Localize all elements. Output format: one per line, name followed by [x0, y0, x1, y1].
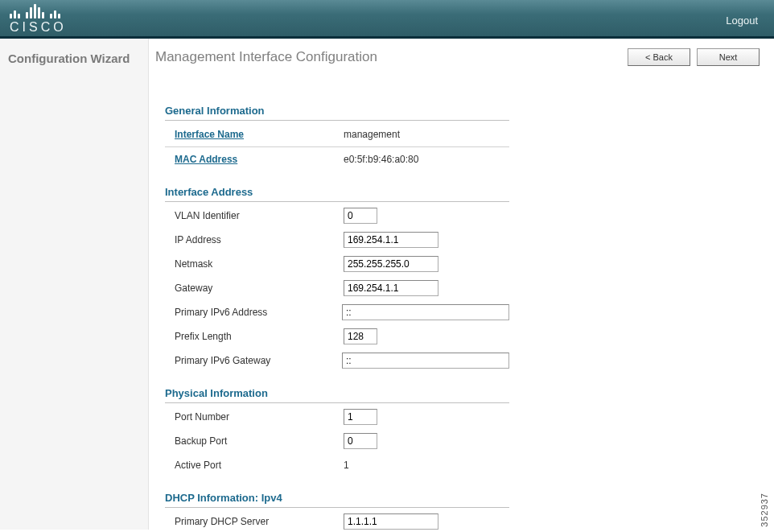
main-content: Management Interface Configuration < Bac… [149, 39, 774, 530]
section-title-dhcp: DHCP Information: Ipv4 [165, 492, 509, 504]
active-port-value: 1 [344, 460, 349, 471]
ipv6-gateway-label: Primary IPv6 Gateway [175, 355, 342, 366]
page-header: Management Interface Configuration < Bac… [155, 48, 760, 66]
ip-address-input[interactable] [344, 232, 438, 248]
section-title-interface-address: Interface Address [165, 186, 509, 198]
cisco-logo-bars [10, 2, 60, 19]
vlan-input[interactable] [344, 208, 377, 224]
section-title-general: General Information [165, 105, 509, 117]
sidebar: Configuration Wizard [0, 39, 149, 530]
netmask-label: Netmask [175, 258, 344, 270]
ipv6-address-label: Primary IPv6 Address [175, 307, 342, 318]
port-number-label: Port Number [175, 411, 344, 423]
next-button[interactable]: Next [697, 48, 760, 66]
page-title: Management Interface Configuration [155, 49, 621, 65]
top-bar: CISCO Logout [0, 0, 774, 39]
primary-dhcp-label: Primary DHCP Server [175, 516, 344, 527]
gateway-input[interactable] [344, 280, 438, 296]
mac-address-label[interactable]: MAC Address [175, 154, 344, 165]
cisco-logo: CISCO [10, 2, 67, 35]
mac-address-value: e0:5f:b9:46:a0:80 [344, 154, 418, 165]
cisco-logo-text: CISCO [10, 20, 67, 35]
back-button[interactable]: < Back [628, 48, 690, 66]
prefix-length-label: Prefix Length [175, 331, 344, 342]
interface-name-label[interactable]: Interface Name [175, 129, 344, 140]
sidebar-title: Configuration Wizard [8, 52, 140, 65]
logout-link[interactable]: Logout [726, 14, 758, 27]
ipv6-address-input[interactable] [342, 304, 509, 320]
ipv6-gateway-input[interactable] [342, 353, 509, 369]
primary-dhcp-input[interactable] [344, 513, 438, 530]
backup-port-input[interactable] [344, 433, 377, 449]
prefix-length-input[interactable] [344, 328, 377, 344]
section-title-physical: Physical Information [165, 387, 509, 399]
interface-name-value: management [344, 129, 400, 140]
port-number-input[interactable] [344, 409, 377, 425]
netmask-input[interactable] [344, 256, 438, 272]
active-port-label: Active Port [175, 460, 344, 471]
gateway-label: Gateway [175, 282, 344, 294]
vlan-label: VLAN Identifier [175, 210, 344, 221]
ip-address-label: IP Address [175, 234, 344, 245]
document-id: 352937 [760, 493, 769, 527]
backup-port-label: Backup Port [175, 435, 344, 447]
